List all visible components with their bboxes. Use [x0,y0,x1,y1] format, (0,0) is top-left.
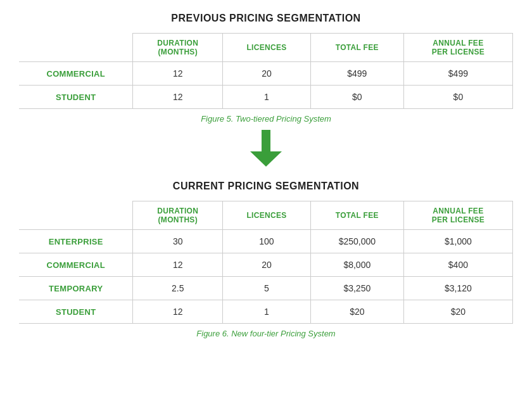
previous-caption: Figure 5. Two-tiered Pricing System [19,114,513,124]
cell-licences: 100 [223,230,311,253]
cell-duration: 2.5 [133,277,223,300]
cell-annualfee: $400 [403,253,512,277]
table-row: ENTERPRISE 30 100 $250,000 $1,000 [19,230,513,253]
cell-totalfee: $8,000 [310,253,403,277]
current-section: CURRENT PRICING SEGMENTATION DURATION(MO… [19,181,513,338]
row-label: ENTERPRISE [19,230,133,253]
cell-totalfee: $250,000 [310,230,403,253]
cell-duration: 12 [133,62,223,86]
previous-section: PREVIOUS PRICING SEGMENTATION DURATION(M… [19,13,513,124]
down-arrow-icon [250,130,282,168]
row-label: STUDENT [19,300,133,324]
cell-licences: 20 [223,253,311,277]
previous-table: DURATION(MONTHS) LICENCES TOTAL FEE ANNU… [19,33,513,109]
empty-header [19,34,133,62]
cell-annualfee: $1,000 [403,230,512,253]
row-label: STUDENT [19,86,133,109]
table-row: STUDENT 12 1 $0 $0 [19,86,513,109]
cell-licences: 20 [223,62,311,86]
curr-col-totalfee: TOTAL FEE [310,201,403,230]
cell-totalfee: $3,250 [310,277,403,300]
row-label: COMMERCIAL [19,253,133,277]
cell-totalfee: $499 [310,62,403,86]
cell-licences: 5 [223,277,311,300]
cell-duration: 12 [133,86,223,109]
prev-col-totalfee: TOTAL FEE [310,34,403,62]
cell-totalfee: $0 [310,86,403,109]
prev-col-licences: LICENCES [223,34,311,62]
cell-licences: 1 [223,300,311,324]
previous-title: PREVIOUS PRICING SEGMENTATION [19,13,513,24]
curr-col-annualfee: ANNUAL FEEPER LICENSE [403,201,512,230]
curr-col-duration: DURATION(MONTHS) [133,201,223,230]
empty-header-2 [19,201,133,230]
cell-licences: 1 [223,86,311,109]
cell-totalfee: $20 [310,300,403,324]
curr-col-licences: LICENCES [223,201,311,230]
cell-duration: 12 [133,253,223,277]
row-label: COMMERCIAL [19,62,133,86]
prev-col-annualfee: ANNUAL FEEPER LICENSE [403,34,512,62]
transition-arrow [19,130,513,170]
cell-duration: 30 [133,230,223,253]
table-row: STUDENT 12 1 $20 $20 [19,300,513,324]
table-row: COMMERCIAL 12 20 $499 $499 [19,62,513,86]
svg-rect-0 [262,130,270,153]
current-caption: Figure 6. New four-tier Pricing System [19,329,513,338]
table-row: COMMERCIAL 12 20 $8,000 $400 [19,253,513,277]
cell-annualfee: $20 [403,300,512,324]
table-row: TEMPORARY 2.5 5 $3,250 $3,120 [19,277,513,300]
prev-col-duration: DURATION(MONTHS) [133,34,223,62]
cell-annualfee: $0 [403,86,512,109]
svg-marker-1 [250,151,282,167]
cell-duration: 12 [133,300,223,324]
current-table: DURATION(MONTHS) LICENCES TOTAL FEE ANNU… [19,201,513,324]
row-label: TEMPORARY [19,277,133,300]
cell-annualfee: $3,120 [403,277,512,300]
cell-annualfee: $499 [403,62,512,86]
current-title: CURRENT PRICING SEGMENTATION [19,181,513,192]
